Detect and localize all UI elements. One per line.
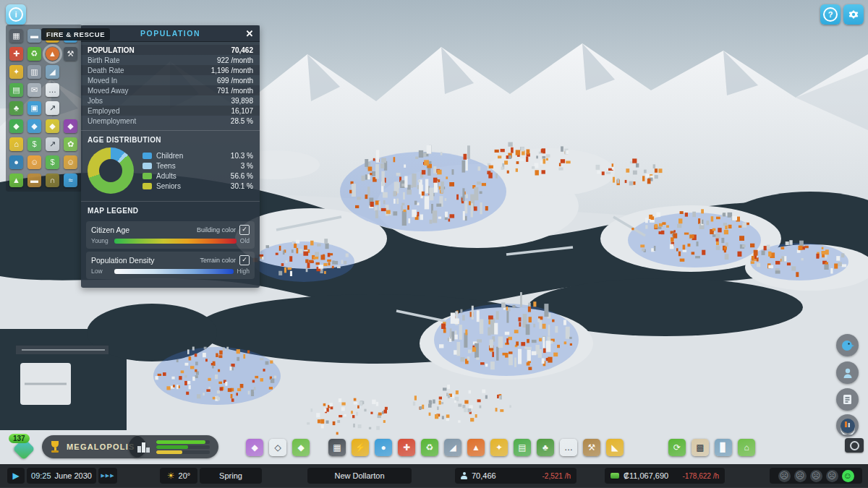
infoview-tourism-icon[interactable]: ▣ bbox=[27, 101, 41, 115]
person-icon bbox=[841, 367, 854, 380]
tool-roads-icon[interactable]: ▦ bbox=[328, 439, 346, 456]
tool-zones-icon[interactable]: ◆ bbox=[246, 439, 263, 456]
chirper-button[interactable] bbox=[836, 334, 859, 356]
infoview-roads-icon[interactable]: ▦ bbox=[9, 29, 23, 43]
status-bar: ▶ 09:25 June 2030 ▶▶▶ ☀ 20° Spring New D… bbox=[0, 464, 868, 488]
infoview-money-icon[interactable]: $ bbox=[46, 155, 59, 169]
fast-forward-button[interactable]: ▶▶▶ bbox=[98, 468, 117, 484]
infoview-land-value-map-icon[interactable]: ◆ bbox=[9, 119, 23, 133]
happiness-face: ☹ bbox=[826, 470, 838, 482]
tool-garbage-icon[interactable]: ♻ bbox=[421, 439, 438, 456]
time-value: 09:25 bbox=[31, 471, 51, 480]
stat-row: Death Rate1,196 /month bbox=[81, 65, 260, 75]
citizen-age-gradient bbox=[114, 239, 237, 244]
legend-row: Seniors30.1 % bbox=[142, 181, 253, 191]
infoview-post-icon[interactable]: ✉ bbox=[27, 83, 41, 97]
tool-transportation-icon[interactable]: ▤ bbox=[514, 439, 531, 456]
age-distribution-title: AGE DISTRIBUTION bbox=[81, 130, 260, 147]
infoview-administration-icon[interactable]: ▥ bbox=[27, 65, 41, 79]
infoview-parks-icon[interactable]: ♣ bbox=[9, 101, 23, 115]
infoview-housing-icon[interactable]: ⌂ bbox=[9, 137, 23, 151]
happiness-face: ☹ bbox=[810, 470, 822, 482]
infoview-land-price-icon[interactable]: $ bbox=[27, 137, 41, 151]
infoview-garbage-icon[interactable]: ♻ bbox=[27, 47, 41, 61]
tool-communications-icon[interactable]: … bbox=[560, 439, 577, 456]
infoview-ground-pollution-icon[interactable]: ▲ bbox=[9, 174, 23, 187]
infoview-greenery-icon[interactable]: ✿ bbox=[64, 137, 77, 151]
population-icon bbox=[461, 472, 467, 479]
help-button[interactable]: ? bbox=[820, 4, 841, 25]
infoview-communications-icon[interactable]: … bbox=[46, 83, 59, 97]
tool-education-icon[interactable]: ◢ bbox=[444, 439, 461, 456]
photo-mode-button[interactable] bbox=[845, 438, 864, 453]
fire-rescue-tooltip: FIRE & RESCUE bbox=[41, 28, 110, 40]
infoview-districts-map-icon[interactable]: ◆ bbox=[64, 119, 77, 133]
time-date-display: 09:25 June 2030 bbox=[27, 468, 96, 484]
infoview-police-icon[interactable]: ✦ bbox=[9, 65, 23, 79]
legend-row: Adults56.6 % bbox=[142, 171, 253, 181]
tool-terrain-icon[interactable]: ◆ bbox=[292, 439, 310, 456]
infoview-water-pollution-icon[interactable]: ≈ bbox=[64, 174, 77, 187]
money-value: ₡11,067,690 bbox=[624, 471, 668, 480]
tool-fire-rescue-icon[interactable]: ▲ bbox=[467, 439, 485, 456]
infoview-workers-icon[interactable]: ● bbox=[9, 155, 23, 169]
tool-districts-icon[interactable]: ◇ bbox=[269, 439, 286, 456]
game-screen: i ? ▦▬⚡●✚♻▲⚒✦▥◢▤✉…♣▣↗◆◆◆◆⌂$↗✿●☺$☺▲▬∩≈ FI… bbox=[0, 0, 868, 488]
info-icon: i bbox=[9, 7, 23, 22]
stats-list: POPULATION70,462 Birth Rate922 /month De… bbox=[81, 42, 260, 126]
infoview-education-icon[interactable]: ◢ bbox=[46, 65, 59, 79]
date-value: June 2030 bbox=[55, 471, 92, 480]
tool-healthcare-icon[interactable]: ✚ bbox=[398, 439, 415, 456]
infoview-routes-icon[interactable]: ↗ bbox=[46, 101, 59, 115]
play-button[interactable]: ▶ bbox=[7, 468, 25, 484]
age-distribution-chart: Children10.3 % Teens3 % Adults56.6 % Sen… bbox=[81, 147, 260, 197]
infoview-groundwater-map-icon[interactable]: ◆ bbox=[27, 119, 41, 133]
settings-button[interactable] bbox=[843, 4, 864, 25]
tool-bulldozer-icon[interactable]: ◣ bbox=[606, 439, 624, 456]
season-display: Spring bbox=[200, 468, 262, 484]
infoview-soil-icon[interactable]: ▬ bbox=[27, 174, 41, 187]
seniors-chip bbox=[142, 183, 152, 189]
happiness-face-selected: ☺ bbox=[842, 470, 854, 482]
info-views-button[interactable]: i bbox=[6, 4, 26, 25]
building-color-checkbox[interactable]: ✓ bbox=[239, 225, 250, 235]
infoview-transportation-icon[interactable]: ▤ bbox=[9, 83, 23, 97]
infoview-fire-rescue-icon[interactable]: ▲ bbox=[46, 47, 59, 61]
infoview-sidebar: ▦▬⚡●✚♻▲⚒✦▥◢▤✉…♣▣↗◆◆◆◆⌂$↗✿●☺$☺▲▬∩≈ bbox=[6, 25, 82, 192]
infoview-noise-pollution-icon[interactable]: ∩ bbox=[46, 174, 59, 187]
stat-row: Moved Away791 /month bbox=[81, 85, 260, 95]
tool-police-icon[interactable]: ✦ bbox=[490, 439, 508, 456]
infoview-zoning-map-icon[interactable]: ◆ bbox=[46, 119, 59, 133]
milestone-label: MEGALOPOLIS bbox=[67, 442, 135, 451]
xp-level[interactable]: 137 bbox=[10, 437, 42, 461]
population-summary[interactable]: 70,466 -2,521 /h bbox=[455, 468, 576, 484]
journal-button[interactable] bbox=[836, 388, 859, 411]
tool-production-icon[interactable]: ⟳ bbox=[668, 439, 686, 456]
infoview-happiness-icon[interactable]: ☺ bbox=[27, 155, 41, 169]
demand-meter[interactable] bbox=[129, 435, 218, 458]
tool-map-tiles-icon[interactable]: ▩ bbox=[692, 439, 709, 456]
city-name-button[interactable]: New Dollarton bbox=[307, 468, 412, 484]
happiness-meter[interactable]: ☹☹☹☹☺ bbox=[770, 468, 862, 484]
tool-electricity-icon[interactable]: ⚡ bbox=[352, 439, 369, 456]
infoview-maintenance-icon[interactable]: ⚒ bbox=[64, 47, 77, 61]
tool-landscaping-icon[interactable]: ⚒ bbox=[583, 439, 600, 456]
infoview-workplaces-icon[interactable]: ☺ bbox=[64, 155, 77, 169]
infoview-bridges-icon[interactable]: ▬ bbox=[27, 29, 41, 43]
toolbar-icons: ◆◇◆▦⚡●✚♻◢▲✦▤♣…⚒◣⟳▩▊⌂ bbox=[243, 437, 758, 458]
tool-water-icon[interactable]: ● bbox=[375, 439, 392, 456]
tool-statistics-icon[interactable]: ▊ bbox=[715, 439, 732, 456]
citizens-button[interactable] bbox=[836, 361, 859, 384]
infoview-healthcare-icon[interactable]: ✚ bbox=[9, 47, 23, 61]
terrain-color-checkbox[interactable]: ✓ bbox=[239, 255, 250, 265]
tool-demand-icon[interactable]: ⌂ bbox=[738, 439, 755, 456]
main-toolbar: 137 MEGALOPOLIS ◆◇◆▦⚡●✚♻◢▲✦▤♣…⚒◣⟳▩▊⌂ bbox=[0, 432, 868, 463]
budget-summary[interactable]: ₡11,067,690 -178,622 /h bbox=[605, 468, 725, 484]
money-change: -178,622 /h bbox=[682, 472, 719, 480]
tool-parks-icon[interactable]: ♣ bbox=[537, 439, 554, 456]
population-value: 70,466 bbox=[472, 471, 496, 480]
close-icon[interactable]: ✕ bbox=[242, 26, 257, 40]
infoview-trends-icon[interactable]: ↗ bbox=[46, 137, 59, 151]
journal-icon bbox=[841, 393, 854, 406]
citizen-age-legend: Citizen Age Building color ✓ Young Old bbox=[86, 221, 255, 249]
